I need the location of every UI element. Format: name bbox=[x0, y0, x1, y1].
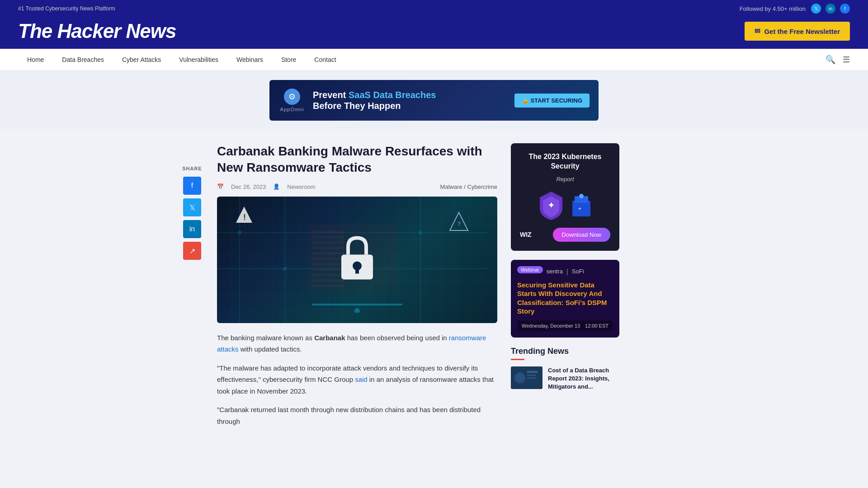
article-content: Carbanak Banking Malware Resurfaces with… bbox=[217, 143, 497, 434]
facebook-icon[interactable]: f bbox=[840, 4, 850, 14]
share-sidebar: SHARE f 𝕏 in ↗ bbox=[181, 143, 203, 434]
box-svg: + bbox=[570, 192, 593, 219]
nav-store[interactable]: Store bbox=[272, 49, 305, 70]
sidebar-ad-webinar-title: Securing Sensitive Data Starts With Disc… bbox=[517, 281, 613, 316]
followed-by-text: Followed by 4.50+ million bbox=[740, 5, 806, 12]
ransomware-attacks-link[interactable]: ransomware attacks bbox=[217, 334, 486, 353]
share-facebook-button[interactable]: f bbox=[183, 177, 201, 195]
trending-item-1[interactable]: Cost of a Data Breach Report 2023: Insig… bbox=[511, 366, 619, 391]
nav-data-breaches[interactable]: Data Breaches bbox=[53, 49, 113, 70]
sidebar-ad-kubernetes-title: The 2023 Kubernetes Security bbox=[520, 152, 610, 171]
linkedin-icon[interactable]: in bbox=[826, 4, 835, 14]
ad-banner[interactable]: ⚙ AppOmni Prevent SaaS Data Breaches Bef… bbox=[269, 80, 599, 121]
trending-item-1-image bbox=[511, 366, 542, 389]
said-link[interactable]: said bbox=[355, 375, 368, 383]
article-body: The banking malware known as Carbanak ha… bbox=[217, 332, 497, 427]
svg-point-32 bbox=[579, 194, 584, 198]
sidebar-ad-kubernetes-footer: WIZ Download Now bbox=[520, 228, 610, 242]
share-label: SHARE bbox=[182, 166, 202, 171]
trending-item-1-title: Cost of a Data Breach Report 2023: Insig… bbox=[548, 366, 619, 391]
nav-icons: 🔍 ☰ bbox=[826, 55, 850, 65]
twitter-icon[interactable]: 𝕏 bbox=[811, 4, 821, 14]
nav-contact[interactable]: Contact bbox=[305, 49, 345, 70]
warning-triangle-icon: ! bbox=[235, 206, 253, 225]
svg-rect-36 bbox=[527, 371, 538, 373]
article-meta-left: 📅 Dec 26, 2023 👤 Newsroom bbox=[217, 183, 315, 190]
trending-news-section: Trending News Cost of a Data Breach Repo… bbox=[511, 347, 619, 391]
webinar-date: Wednesday, December 13 bbox=[522, 323, 580, 328]
sidebar-ad-kubernetes-subtitle: Report bbox=[556, 176, 574, 183]
sidebar-ad-brand2: SoFi bbox=[572, 268, 584, 275]
sidebar-ad-webinar-header: Webinar sentra | SoFi bbox=[517, 266, 613, 277]
wiz-logo: WIZ bbox=[520, 231, 532, 238]
sidebar-ad-kubernetes-graphic: ✦ + bbox=[520, 187, 610, 223]
article-para-1: The banking malware known as Carbanak ha… bbox=[217, 332, 497, 355]
webinar-badge: Webinar bbox=[517, 266, 543, 273]
newsletter-icon: ✉ bbox=[755, 27, 760, 35]
share-linkedin-button[interactable]: in bbox=[183, 220, 201, 238]
newsletter-button[interactable]: ✉ Get the Free Newsletter bbox=[745, 22, 850, 41]
sidebar-ad-brand1: sentra bbox=[547, 268, 563, 275]
monitor-frame bbox=[312, 304, 402, 314]
nav-links-group: Home Data Breaches Cyber Attacks Vulnera… bbox=[18, 49, 826, 70]
article-date: Dec 26, 2023 bbox=[231, 183, 266, 190]
svg-text:01001010110001010: 01001010110001010 bbox=[312, 230, 344, 234]
ad-banner-wrapper: ⚙ AppOmni Prevent SaaS Data Breaches Bef… bbox=[0, 71, 868, 130]
appomni-logo-text: AppOmni bbox=[280, 107, 304, 112]
social-icons-group: 𝕏 in f bbox=[811, 4, 850, 14]
author-icon: 👤 bbox=[273, 183, 280, 190]
share-other-button[interactable]: ↗ bbox=[183, 242, 201, 260]
svg-text:!: ! bbox=[243, 213, 246, 222]
header-right-meta: Followed by 4.50+ million 𝕏 in f bbox=[740, 4, 850, 14]
nav-bar: Home Data Breaches Cyber Attacks Vulnera… bbox=[0, 49, 868, 71]
kubernetes-download-button[interactable]: Download Now bbox=[553, 228, 610, 242]
svg-point-28 bbox=[354, 308, 360, 313]
search-button[interactable]: 🔍 bbox=[826, 55, 835, 65]
ad-headline: Prevent SaaS Data Breaches Before They H… bbox=[313, 89, 507, 111]
header-main: The Hacker News ✉ Get the Free Newslette… bbox=[0, 15, 868, 49]
svg-rect-37 bbox=[527, 375, 536, 376]
svg-text:?: ? bbox=[458, 221, 461, 227]
ad-cta-button[interactable]: 🔒 START SECURING bbox=[514, 94, 590, 108]
lock-icon bbox=[337, 234, 377, 285]
svg-point-6 bbox=[283, 267, 287, 271]
article-title: Carbanak Banking Malware Resurfaces with… bbox=[217, 143, 497, 176]
article-para-2: "The malware has adapted to incorporate … bbox=[217, 362, 497, 397]
ad-content: Prevent SaaS Data Breaches Before They H… bbox=[313, 89, 507, 111]
site-title[interactable]: The Hacker News bbox=[18, 20, 176, 42]
ad-headline-highlight: SaaS Data Breaches bbox=[349, 90, 436, 100]
sidebar-ad-webinar[interactable]: Webinar sentra | SoFi Securing Sensitive… bbox=[511, 260, 619, 338]
sidebar-ad-kubernetes-content: The 2023 Kubernetes Security Report ✦ bbox=[511, 143, 619, 251]
menu-button[interactable]: ☰ bbox=[843, 55, 850, 65]
nav-home[interactable]: Home bbox=[18, 49, 53, 70]
main-wrapper: SHARE f 𝕏 in ↗ Carbanak Banking Malware … bbox=[163, 130, 705, 448]
trending-title: Trending News bbox=[511, 347, 619, 356]
trending-img-svg bbox=[511, 366, 542, 389]
share-twitter-button[interactable]: 𝕏 bbox=[183, 198, 201, 216]
shield-svg: ✦ bbox=[538, 189, 565, 221]
ad-headline-part1: Prevent bbox=[313, 90, 349, 100]
svg-text:+: + bbox=[578, 206, 581, 212]
nav-webinars[interactable]: Webinars bbox=[227, 49, 272, 70]
svg-point-5 bbox=[238, 231, 241, 235]
svg-rect-24 bbox=[355, 267, 359, 273]
svg-rect-38 bbox=[527, 377, 537, 379]
header-top-bar: #1 Trusted Cybersecurity News Platform F… bbox=[0, 0, 868, 15]
appomni-icon: ⚙ bbox=[284, 89, 300, 105]
sidebar-ad-webinar-footer: Wednesday, December 13 12:00 EST bbox=[517, 320, 613, 331]
nav-vulnerabilities[interactable]: Vulnerabilities bbox=[170, 49, 227, 70]
nav-cyber-attacks[interactable]: Cyber Attacks bbox=[113, 49, 170, 70]
calendar-icon: 📅 bbox=[217, 183, 224, 190]
svg-text:✦: ✦ bbox=[547, 200, 555, 210]
article-categories: Malware / Cybercrime bbox=[440, 183, 497, 190]
article-author: Newsroom bbox=[287, 183, 315, 190]
svg-point-7 bbox=[419, 231, 422, 235]
article-meta: 📅 Dec 26, 2023 👤 Newsroom Malware / Cybe… bbox=[217, 183, 497, 190]
sidebar: The 2023 Kubernetes Security Report ✦ bbox=[511, 143, 619, 434]
svg-point-35 bbox=[514, 372, 525, 383]
ad-headline-part2: Before They Happen bbox=[313, 101, 401, 111]
newsletter-label: Get the Free Newsletter bbox=[764, 28, 840, 35]
webinar-time: 12:00 EST bbox=[585, 323, 609, 328]
ad-logo: ⚙ AppOmni bbox=[278, 89, 306, 112]
sidebar-ad-kubernetes[interactable]: The 2023 Kubernetes Security Report ✦ bbox=[511, 143, 619, 251]
